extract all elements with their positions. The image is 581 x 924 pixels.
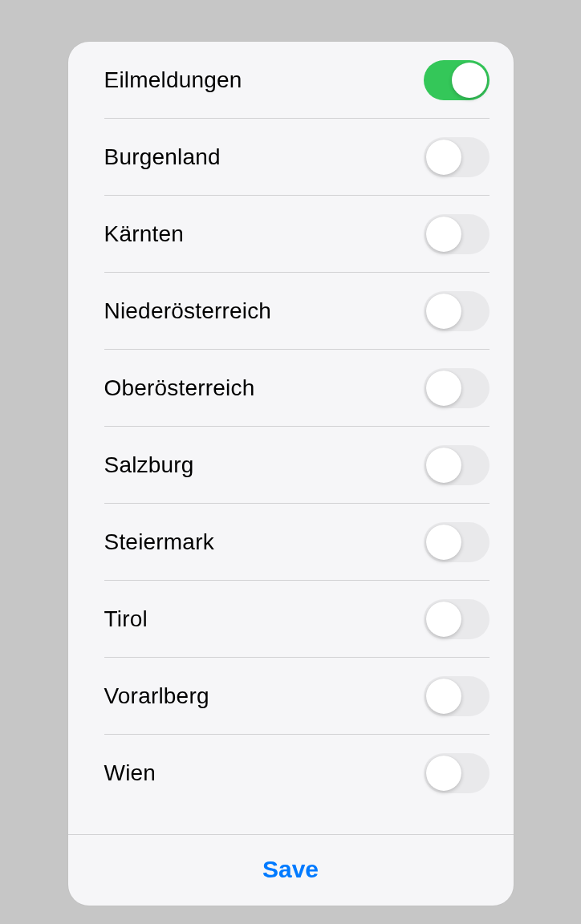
setting-row-eilmeldungen: Eilmeldungen (68, 42, 514, 119)
toggle-knob-icon (426, 448, 461, 483)
setting-row-burgenland: Burgenland (68, 119, 514, 196)
toggle-knob-icon (426, 525, 461, 560)
settings-card: Eilmeldungen Burgenland Kärnten Niederös… (68, 42, 514, 906)
toggle-burgenland[interactable] (424, 137, 490, 177)
toggle-tirol[interactable] (424, 599, 490, 639)
setting-label: Wien (104, 760, 156, 786)
toggle-knob-icon (426, 294, 461, 329)
toggle-salzburg[interactable] (424, 445, 490, 485)
toggle-knob-icon (426, 756, 461, 791)
toggle-knob-icon (426, 602, 461, 637)
toggle-steiermark[interactable] (424, 522, 490, 562)
settings-list: Eilmeldungen Burgenland Kärnten Niederös… (68, 42, 514, 834)
toggle-kaernten[interactable] (424, 214, 490, 254)
setting-label: Steiermark (104, 529, 214, 555)
toggle-knob-icon (426, 140, 461, 175)
toggle-vorarlberg[interactable] (424, 676, 490, 716)
setting-label: Eilmeldungen (104, 67, 242, 93)
setting-label: Oberösterreich (104, 375, 255, 401)
toggle-eilmeldungen[interactable] (424, 60, 490, 100)
toggle-knob-icon (426, 679, 461, 714)
setting-row-niederoesterreich: Niederösterreich (68, 273, 514, 350)
toggle-niederoesterreich[interactable] (424, 291, 490, 331)
toggle-wien[interactable] (424, 753, 490, 793)
setting-label: Niederösterreich (104, 298, 272, 324)
setting-label: Salzburg (104, 452, 194, 478)
setting-row-salzburg: Salzburg (68, 427, 514, 504)
setting-row-steiermark: Steiermark (68, 504, 514, 581)
setting-label: Kärnten (104, 221, 184, 247)
setting-label: Burgenland (104, 144, 221, 170)
toggle-knob-icon (452, 63, 487, 98)
setting-row-oberoesterreich: Oberösterreich (68, 350, 514, 427)
setting-label: Tirol (104, 606, 148, 632)
toggle-knob-icon (426, 217, 461, 252)
card-footer: Save (68, 834, 514, 906)
toggle-knob-icon (426, 371, 461, 406)
save-button[interactable]: Save (262, 856, 319, 883)
setting-row-vorarlberg: Vorarlberg (68, 658, 514, 735)
setting-row-tirol: Tirol (68, 581, 514, 658)
setting-label: Vorarlberg (104, 683, 209, 709)
setting-row-wien: Wien (68, 735, 514, 812)
setting-row-kaernten: Kärnten (68, 196, 514, 273)
toggle-oberoesterreich[interactable] (424, 368, 490, 408)
